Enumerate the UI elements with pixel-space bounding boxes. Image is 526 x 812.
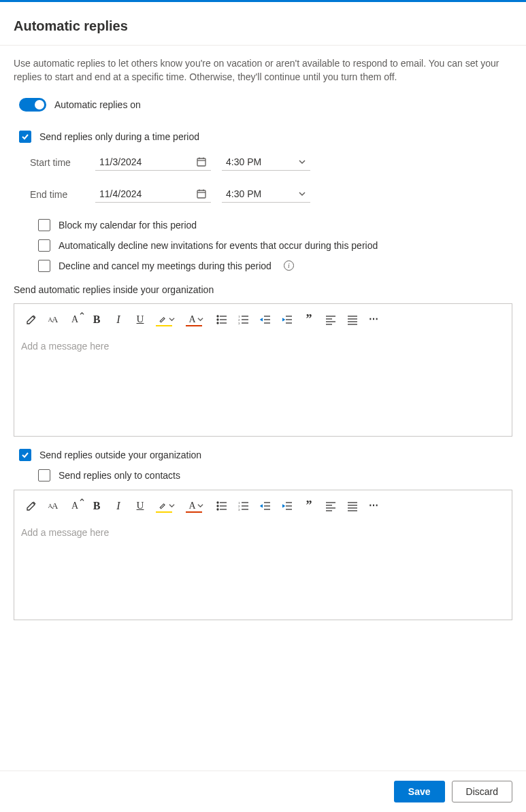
numbered-list-icon[interactable]: 123	[236, 312, 251, 327]
block-calendar-label: Block my calendar for this period	[59, 220, 197, 231]
font-color-button[interactable]: A	[184, 312, 208, 327]
chevron-down-icon	[169, 503, 175, 509]
external-placeholder: Add a message here	[21, 527, 109, 538]
chevron-down-icon	[197, 503, 203, 509]
svg-text:3: 3	[238, 508, 240, 511]
external-message-body[interactable]: Add a message here	[14, 522, 512, 620]
highlight-button[interactable]	[154, 312, 178, 327]
quote-icon[interactable]: ”	[301, 498, 316, 513]
divider	[0, 45, 526, 46]
italic-button[interactable]: I	[111, 498, 126, 513]
start-time-value: 4:30 PM	[226, 156, 261, 167]
send-only-period-checkbox[interactable]	[19, 131, 31, 143]
contacts-only-label: Send replies only to contacts	[59, 470, 180, 481]
chevron-down-icon	[197, 316, 203, 322]
send-outside-checkbox[interactable]	[19, 449, 31, 461]
svg-point-34	[217, 502, 218, 503]
font-size-icon[interactable]: A	[67, 498, 82, 513]
start-date-value: 11/3/2024	[99, 156, 142, 167]
align-left-icon[interactable]	[323, 312, 338, 327]
save-button[interactable]: Save	[394, 781, 445, 802]
more-icon[interactable]: ⋯	[367, 312, 382, 327]
block-calendar-checkbox[interactable]	[38, 219, 50, 231]
start-time-field[interactable]: 4:30 PM	[222, 155, 310, 171]
decrease-indent-icon[interactable]	[258, 498, 273, 513]
font-icon[interactable]: AA	[46, 312, 61, 327]
decline-new-label: Automatically decline new invitations fo…	[59, 240, 378, 251]
underline-button[interactable]: U	[133, 498, 148, 513]
start-time-label: Start time	[30, 157, 95, 168]
decline-cancel-label: Decline and cancel my meetings during th…	[59, 260, 272, 271]
description-text: Use automatic replies to let others know…	[14, 56, 512, 84]
discard-button[interactable]: Discard	[452, 781, 512, 802]
decrease-indent-icon[interactable]	[258, 312, 273, 327]
page-title: Automatic replies	[14, 18, 512, 34]
chevron-down-icon	[169, 316, 175, 322]
send-outside-label: Send replies outside your organization	[39, 450, 201, 460]
increase-indent-icon[interactable]	[280, 312, 295, 327]
align-justify-icon[interactable]	[345, 498, 360, 513]
end-time-value: 4:30 PM	[226, 188, 261, 199]
font-size-icon[interactable]: A	[67, 312, 82, 327]
bold-button[interactable]: B	[89, 312, 104, 327]
internal-toolbar: AA A B I U A 123 ” ⋯	[14, 304, 512, 335]
end-time-label: End time	[30, 189, 95, 200]
format-painter-icon[interactable]	[24, 312, 39, 327]
svg-point-12	[217, 322, 218, 324]
increase-indent-icon[interactable]	[280, 498, 295, 513]
svg-rect-0	[197, 158, 206, 166]
font-icon[interactable]: AA	[46, 498, 61, 513]
decline-new-checkbox[interactable]	[38, 239, 50, 252]
bold-button[interactable]: B	[89, 498, 104, 513]
svg-point-8	[217, 316, 218, 317]
bullet-list-icon[interactable]	[214, 498, 229, 513]
svg-point-10	[217, 319, 218, 320]
external-toolbar: AA A B I U A 123 ” ⋯	[14, 490, 512, 522]
end-date-value: 11/4/2024	[99, 188, 142, 199]
end-time-field[interactable]: 4:30 PM	[222, 187, 310, 203]
external-message-editor: AA A B I U A 123 ” ⋯ Add a message here	[14, 490, 512, 620]
info-icon[interactable]: i	[284, 260, 294, 271]
highlight-button[interactable]	[154, 498, 178, 513]
numbered-list-icon[interactable]: 123	[236, 498, 251, 513]
font-color-button[interactable]: A	[184, 498, 208, 513]
svg-rect-4	[197, 190, 206, 198]
underline-button[interactable]: U	[133, 312, 148, 327]
calendar-icon	[196, 188, 207, 199]
automatic-replies-toggle[interactable]	[19, 98, 46, 112]
align-justify-icon[interactable]	[345, 312, 360, 327]
chevron-down-icon	[298, 190, 306, 198]
svg-point-38	[217, 509, 218, 510]
internal-section-label: Send automatic replies inside your organ…	[14, 284, 512, 295]
footer: Save Discard	[0, 771, 526, 812]
automatic-replies-toggle-label: Automatic replies on	[54, 99, 141, 110]
start-date-field[interactable]: 11/3/2024	[95, 155, 211, 171]
bullet-list-icon[interactable]	[214, 312, 229, 327]
internal-message-body[interactable]: Add a message here	[14, 335, 512, 436]
italic-button[interactable]: I	[111, 312, 126, 327]
chevron-down-icon	[298, 158, 306, 166]
send-only-period-label: Send replies only during a time period	[39, 131, 199, 142]
internal-message-editor: AA A B I U A 123 ” ⋯ Add a message here	[14, 303, 512, 437]
calendar-icon	[196, 156, 207, 167]
internal-placeholder: Add a message here	[21, 341, 109, 352]
decline-cancel-checkbox[interactable]	[38, 260, 50, 272]
contacts-only-checkbox[interactable]	[38, 469, 50, 481]
align-left-icon[interactable]	[323, 498, 338, 513]
end-date-field[interactable]: 11/4/2024	[95, 187, 211, 203]
more-icon[interactable]: ⋯	[367, 498, 382, 513]
format-painter-icon[interactable]	[24, 498, 39, 513]
quote-icon[interactable]: ”	[301, 312, 316, 327]
svg-point-36	[217, 505, 218, 507]
svg-text:3: 3	[238, 322, 240, 325]
